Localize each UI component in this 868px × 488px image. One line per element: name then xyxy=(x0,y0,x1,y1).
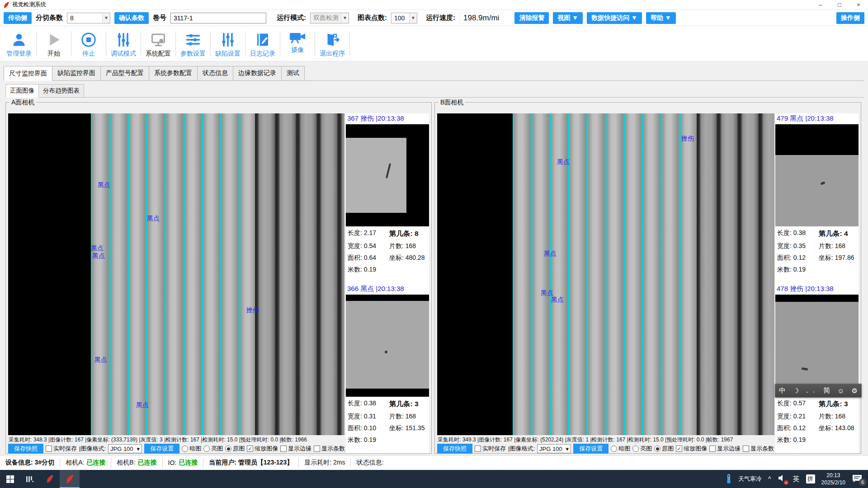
tab-system-param-config[interactable]: 系统参数配置 xyxy=(149,66,198,80)
camera-a-image[interactable]: 黑点 黑点 黑点 黑点 挫伤 黑点 黑点 xyxy=(8,113,344,435)
control-label: 暗图 xyxy=(189,445,201,453)
checkbox-icon xyxy=(475,446,481,452)
ime-emoji-icon[interactable]: ☺ xyxy=(837,387,844,394)
image-format-select[interactable]: JPG 100▾ xyxy=(537,444,571,453)
sliders-horizontal-icon xyxy=(184,30,202,48)
speed-value: 198.9m/mi xyxy=(459,12,503,24)
defect-card-header[interactable]: 479 黑点 |20:13:38 xyxy=(775,113,859,124)
pinned-app-button[interactable] xyxy=(20,470,40,488)
tray-expand-icon[interactable]: ^ xyxy=(768,475,771,483)
sub-tabstrip: 正面图像 分布趋势图表 xyxy=(5,84,864,98)
save-settings-button[interactable]: 保存设置 xyxy=(144,444,179,454)
window-controls: – □ × xyxy=(811,0,868,10)
weather-text[interactable]: 天气寒冷 xyxy=(738,475,762,483)
parameter-settings-button[interactable]: 参数设置 xyxy=(176,30,210,58)
maximize-icon[interactable]: □ xyxy=(830,0,849,10)
ime-simplified-toggle[interactable]: 简 xyxy=(823,386,830,395)
ime-indicator[interactable]: 拼 xyxy=(806,474,815,483)
start-button[interactable]: 开始 xyxy=(37,30,71,58)
tab-size-monitor[interactable]: 尺寸监控界面 xyxy=(4,66,52,81)
defect-thumbnail[interactable] xyxy=(346,295,429,397)
device-info: 设备信息: 3#分切 xyxy=(0,458,60,468)
camera-b-image[interactable]: 挫伤 黑点 黑点 黑点 黑点 xyxy=(437,113,774,435)
defect-thumbnail[interactable] xyxy=(775,295,859,397)
debug-mode-button[interactable]: 调试模式 xyxy=(106,30,141,58)
ime-fullwidth-icon[interactable]: ☽ xyxy=(793,387,799,395)
data-quick-access-button[interactable]: 数据快捷访问 ▼ xyxy=(587,12,642,24)
defect-thumbnail[interactable] xyxy=(346,124,429,226)
defect-thumbnail[interactable] xyxy=(775,124,859,226)
start-button[interactable] xyxy=(0,470,20,488)
system-config-button[interactable]: 系统配置 xyxy=(141,30,175,58)
tab-edge-data-record[interactable]: 边缘数据记录 xyxy=(233,66,282,80)
defect-card: 366 黑点 |20:13:38 长度: 0.38 第几条: 3 宽度: 0.3… xyxy=(346,284,429,444)
save-settings-button[interactable]: 保存设置 xyxy=(573,444,609,454)
ime-mode-toggle[interactable]: 中 xyxy=(779,386,786,395)
tab-product-model-config[interactable]: 产品型号配置 xyxy=(100,66,149,80)
admin-login-button[interactable]: 管理登录 xyxy=(2,30,36,58)
action-label: 退出程序 xyxy=(320,50,345,58)
zoom-image-checkbox[interactable]: ✓缩放图像 xyxy=(247,445,278,453)
sliders-vertical-icon xyxy=(115,30,132,48)
show-edge-checkbox[interactable]: 显示边缘 xyxy=(709,445,741,453)
clear-alarm-button[interactable]: 清除报警 xyxy=(514,12,549,24)
exit-program-button[interactable]: 退出程序 xyxy=(315,30,349,58)
run-mode-select[interactable]: 双面检测 ▼ xyxy=(310,13,349,23)
defect-card-header[interactable]: 366 黑点 |20:13:38 xyxy=(346,284,429,295)
bright-image-radio[interactable]: 亮图 xyxy=(632,445,652,453)
volume-muted-icon[interactable]: × xyxy=(778,474,787,484)
original-image-radio[interactable]: 原图 xyxy=(654,445,674,453)
slit-count-select[interactable]: 8 ▼ xyxy=(67,13,110,23)
chart-points-select[interactable]: 100 ▼ xyxy=(391,13,417,23)
language-indicator[interactable]: 英 xyxy=(793,475,800,483)
tab-status-info[interactable]: 状态信息 xyxy=(197,66,233,80)
roll-no-input[interactable] xyxy=(170,13,266,23)
defect-card: 479 黑点 |20:13:38 长度: 0.38 第几条: 4 宽度: 0.3… xyxy=(775,113,859,274)
metric-area: 面积: 0.12 xyxy=(777,424,819,432)
main-content: 尺寸监控界面 缺陷监控界面 产品型号配置 系统参数配置 状态信息 边缘数据记录 … xyxy=(0,61,868,455)
subtab-trend-chart[interactable]: 分布趋势图表 xyxy=(38,84,84,97)
tab-defect-monitor[interactable]: 缺陷监控界面 xyxy=(52,66,101,80)
defect-card-header[interactable]: 367 挫伤 |20:13:38 xyxy=(346,113,429,124)
operation-side-button[interactable]: 操作侧 xyxy=(836,12,864,24)
capture-button[interactable]: 摄像 xyxy=(280,29,315,54)
image-format-select[interactable]: JPG 100▾ xyxy=(108,444,142,453)
control-label: 实时保存 xyxy=(482,445,506,453)
stop-button[interactable]: 停止 xyxy=(71,30,106,58)
save-snapshot-button[interactable]: 保存快照 xyxy=(437,444,472,454)
confirm-count-button[interactable]: 确认条数 xyxy=(114,12,149,24)
view-menu-button[interactable]: 视图 ▼ xyxy=(553,12,583,24)
save-snapshot-button[interactable]: 保存快照 xyxy=(8,444,43,454)
dark-image-radio[interactable]: 暗图 xyxy=(611,445,630,453)
bright-image-radio[interactable]: 亮图 xyxy=(203,445,223,453)
show-edge-checkbox[interactable]: 显示边缘 xyxy=(280,445,311,453)
minimize-icon[interactable]: – xyxy=(811,0,830,10)
app-logo-icon xyxy=(65,474,75,484)
transmission-side-button[interactable]: 传动侧 xyxy=(4,12,32,24)
ime-settings-icon[interactable]: ⚙ xyxy=(852,387,858,395)
thermometer-icon xyxy=(726,474,732,484)
ime-punctuation-toggle[interactable]: 。， xyxy=(806,387,816,394)
running-app-button[interactable] xyxy=(60,470,80,488)
taskbar-clock[interactable]: 20:13 2025/2/10 xyxy=(821,472,845,486)
defect-metrics: 长度: 2.17 第几条: 8 宽度: 0.54 片数: 168 面积: 0.6… xyxy=(346,226,429,274)
original-image-radio[interactable]: 原图 xyxy=(225,445,245,453)
realtime-save-checkbox[interactable]: 实时保存 xyxy=(46,445,77,453)
pinned-app2-button[interactable] xyxy=(40,470,60,488)
action-label: 缺陷设置 xyxy=(215,50,241,58)
notification-center-button[interactable]: 6 xyxy=(852,474,863,484)
show-strips-checkbox[interactable]: 显示条数 xyxy=(743,445,774,453)
control-label: 原图 xyxy=(233,445,245,453)
log-record-button[interactable]: 日志记录 xyxy=(245,30,280,58)
show-strips-checkbox[interactable]: 显示条数 xyxy=(314,445,345,453)
close-icon[interactable]: × xyxy=(849,0,868,10)
tab-test[interactable]: 测试 xyxy=(281,66,305,80)
help-menu-button[interactable]: 帮助 ▼ xyxy=(646,12,676,24)
realtime-save-checkbox[interactable]: 实时保存 xyxy=(475,445,506,453)
metric-strip-no: 第几条: 4 xyxy=(819,229,857,239)
subtab-front-image[interactable]: 正面图像 xyxy=(5,84,39,98)
defect-settings-button[interactable]: 缺陷设置 xyxy=(211,30,245,58)
zoom-image-checkbox[interactable]: ✓缩放图像 xyxy=(676,445,707,453)
defect-card-header[interactable]: 478 挫伤 |20:13:38 xyxy=(775,284,859,295)
dark-image-radio[interactable]: 暗图 xyxy=(182,445,201,453)
